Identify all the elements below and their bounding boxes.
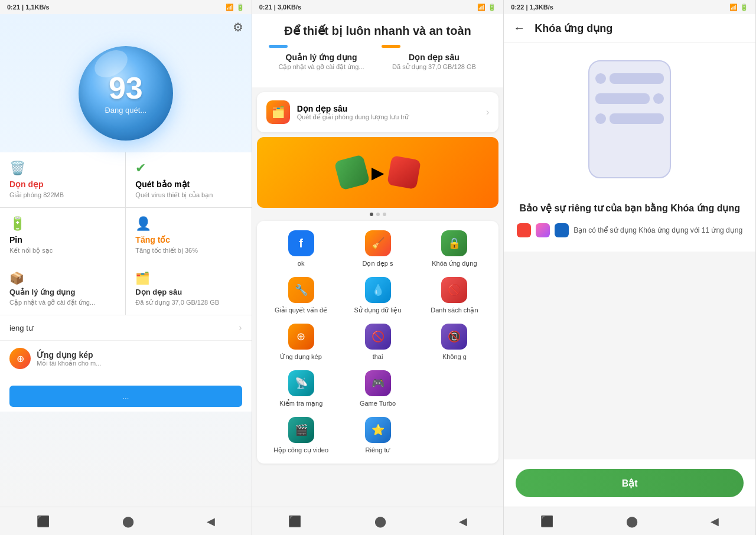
nav-home-icon[interactable]: ⬤ xyxy=(122,515,134,528)
status-right-1: 📶 🔋 xyxy=(226,4,245,11)
score-label: Đang quét... xyxy=(105,106,146,115)
nav-back-icon-2[interactable]: ◀ xyxy=(459,515,467,528)
grid-item-thai[interactable]: 🚫 thai xyxy=(343,324,413,361)
p2-deep-clean-row[interactable]: 🗂️ Dọn dẹp sâu Quét để giải phóng dung l… xyxy=(257,92,499,132)
video-icon: 🎬 xyxy=(288,417,314,443)
blue-action-button[interactable]: ... xyxy=(9,386,242,407)
blue-btn-wrap: ... xyxy=(0,376,252,412)
spacer xyxy=(504,252,755,459)
app-icon-youtube xyxy=(517,223,531,237)
nav-home-icon-3[interactable]: ⬤ xyxy=(626,515,638,528)
thai-label: thai xyxy=(373,353,383,360)
grid-item-facebook[interactable]: f ok xyxy=(266,230,336,268)
main-grid: 🗑️ Dọn dẹp Giải phóng 822MB ✔ Quét bảo m… xyxy=(0,152,252,263)
grid-item-nongame[interactable]: 📵 Không g xyxy=(419,324,489,361)
gear-icon[interactable]: ⚙ xyxy=(233,21,243,34)
bottom-grid: 📦 Quản lý ứng dụng Cập nhật và gỡ cài đặ… xyxy=(0,263,252,315)
enable-button[interactable]: Bật xyxy=(516,469,744,497)
card-sub-appmanage: Cập nhật và gỡ cài đặt ứng... xyxy=(269,63,374,71)
deep-clean-cell[interactable]: 🗂️ Dọn dẹp sâu Đã sử dụng 37,0 GB/128 GB xyxy=(126,263,251,315)
grid-cell-security[interactable]: ✔ Quét bảo mật Quét virus thiết bị của b… xyxy=(126,152,251,207)
grid-item-blocklist[interactable]: 🚫 Danh sách chặn xyxy=(419,277,489,314)
grid-item-applock[interactable]: 🔒 Khóa ứng dụng xyxy=(419,230,489,268)
status-bar-2: 0:21 | 3,0KB/s 📶 🔋 xyxy=(252,0,504,14)
app-manage-subtitle: Cập nhật và gỡ cài đặt ứng... xyxy=(9,299,116,306)
status-right-3: 📶 🔋 xyxy=(729,4,748,11)
card-title-appmanage: Quản lý ứng dụng xyxy=(269,53,374,62)
grid-cell-battery[interactable]: 🔋 Pin Kết nối bộ sạc xyxy=(0,208,125,263)
deep-clean-row-sub: Quét để giải phóng dung lượng lưu trữ xyxy=(297,113,479,121)
blocklist-icon: 🚫 xyxy=(441,277,467,303)
nongame-label: Không g xyxy=(442,353,467,360)
dual-app-subtitle: Mỗi tài khoản cho m... xyxy=(37,360,242,367)
grid-item-network[interactable]: 📡 Kiểm tra mạng xyxy=(266,370,336,407)
partial-item[interactable]: ieng tư › xyxy=(0,315,252,340)
bubble-2 xyxy=(595,93,650,104)
boost-subtitle: Tăng tốc thiết bị 36% xyxy=(135,247,242,255)
grid-item-video[interactable]: 🎬 Hộp công cụ video xyxy=(266,417,336,454)
deep-clean-title: Dọn dẹp sâu xyxy=(135,288,242,296)
battery-icon: 🔋 xyxy=(9,216,116,231)
status-bar-3: 0:22 | 1,3KB/s 📶 🔋 xyxy=(504,0,755,14)
panel-1: 0:21 | 1,1KB/s 📶 🔋 ⚙ 93 Đang quét... 🗑️ … xyxy=(0,0,252,535)
boost-icon: 👤 xyxy=(135,216,242,231)
panel-3: 0:22 | 1,3KB/s 📶 🔋 ← Khóa ứng dụng xyxy=(504,0,756,535)
p2-apps-grid: f ok 🧹 Dọn dẹp s 🔒 Khóa ứng dụng 🔧 Giải … xyxy=(257,221,499,464)
app-manage-cell[interactable]: 📦 Quản lý ứng dụng Cập nhật và gỡ cài đặ… xyxy=(0,263,125,315)
network-label: Kiểm tra mạng xyxy=(279,400,322,407)
facebook-icon: f xyxy=(288,230,314,256)
p3-header: ← Khóa ứng dụng xyxy=(504,14,755,43)
grid-item-solve[interactable]: 🔧 Giải quyết vấn đề xyxy=(266,277,336,314)
score-circle: 93 Đang quét... xyxy=(79,46,173,141)
battery-title: Pin xyxy=(9,235,116,244)
chat-row-1 xyxy=(595,73,664,84)
p2-card-deepclean[interactable]: Dọn dẹp sâu Đã sử dụng 37,0 GB/128 GB xyxy=(382,45,487,71)
bubble-3 xyxy=(610,113,664,124)
dualapp-icon: ⊕ xyxy=(288,324,314,350)
status-left-3: 0:22 | 1,3KB/s xyxy=(511,4,553,11)
p3-apps-row: Bạn có thể sử dụng Khóa ứng dụng với 11 … xyxy=(516,223,744,237)
p2-header: Để thiết bị luôn nhanh và an toàn Quản l… xyxy=(252,14,504,87)
dot-3 xyxy=(383,213,386,216)
panel3-main: ← Khóa ứng dụng Bảo vệ xyxy=(504,14,755,507)
dual-app-text: Ứng dụng kép Mỗi tài khoản cho m... xyxy=(37,350,242,367)
grid-item-data[interactable]: 💧 Sử dụng dữ liệu xyxy=(343,277,413,314)
grid-item-cleandeep[interactable]: 🧹 Dọn dẹp s xyxy=(343,230,413,268)
card-bar-orange xyxy=(382,45,400,48)
partial-label: ieng tư xyxy=(9,324,33,332)
nav-square-icon[interactable]: ⬛ xyxy=(37,515,50,528)
nav-back-icon[interactable]: ◀ xyxy=(207,515,215,528)
chat-row-3 xyxy=(595,113,664,124)
nav-square-icon-2[interactable]: ⬛ xyxy=(288,515,301,528)
dual-app-section[interactable]: ⊕ Ứng dụng kép Mỗi tài khoản cho m... xyxy=(0,340,252,376)
private-icon: ⭐ xyxy=(365,417,391,443)
thai-icon: 🚫 xyxy=(365,324,391,350)
gear-button[interactable]: ⚙ xyxy=(224,14,252,40)
status-left-1: 0:21 | 1,1KB/s xyxy=(7,4,50,11)
p2-title: Để thiết bị luôn nhanh và an toàn xyxy=(262,24,494,38)
status-right-2: 📶 🔋 xyxy=(477,4,496,11)
panel1-main: ⚙ 93 Đang quét... 🗑️ Dọn dẹp Giải phóng … xyxy=(0,14,252,507)
wifi-icon-2: 📶 xyxy=(477,4,485,11)
p2-card-appmanage[interactable]: Quản lý ứng dụng Cập nhật và gỡ cài đặt … xyxy=(269,45,374,71)
grid-item-private[interactable]: ⭐ Riêng tư xyxy=(343,417,413,454)
grid-cell-clean[interactable]: 🗑️ Dọn dẹp Giải phóng 822MB xyxy=(0,152,125,207)
solve-label: Giải quyết vấn đề xyxy=(275,306,327,314)
security-subtitle: Quét virus thiết bị của bạn xyxy=(135,191,242,199)
grid-item-gameturbo[interactable]: 🎮 Game Turbo xyxy=(343,370,413,407)
score-number: 93 xyxy=(109,73,143,103)
bubble-1 xyxy=(610,73,664,84)
deep-clean-row-title: Dọn dẹp sâu xyxy=(297,104,479,113)
grid-item-dualapp[interactable]: ⊕ Ứng dụng kép xyxy=(266,324,336,361)
back-button[interactable]: ← xyxy=(513,21,525,35)
cleandeep-icon: 🧹 xyxy=(365,230,391,256)
nav-square-icon-3[interactable]: ⬛ xyxy=(540,515,553,528)
battery-icon-1: 🔋 xyxy=(236,4,245,11)
nav-back-icon-3[interactable]: ◀ xyxy=(711,515,719,528)
app-icon-blue xyxy=(555,223,569,237)
p2-banner[interactable]: ▶ xyxy=(257,137,499,208)
deep-clean-arrow: › xyxy=(486,107,489,118)
nav-home-icon-2[interactable]: ⬤ xyxy=(374,515,386,528)
grid-cell-boost[interactable]: 👤 Tăng tốc Tăng tốc thiết bị 36% xyxy=(126,208,251,263)
facebook-label: ok xyxy=(298,260,305,267)
